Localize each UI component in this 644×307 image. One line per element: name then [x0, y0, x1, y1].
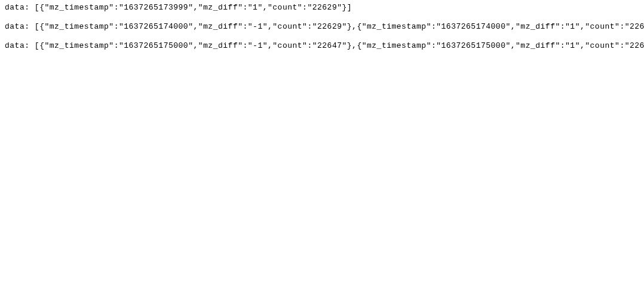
stream-line: data: [{"mz_timestamp":"1637265175000","… [5, 41, 639, 51]
stream-prefix: data: [5, 22, 30, 31]
stream-payload: [{"mz_timestamp":"1637265174000","mz_dif… [35, 22, 644, 31]
stream-line: data: [{"mz_timestamp":"1637265174000","… [5, 22, 639, 32]
stream-line: data: [{"mz_timestamp":"1637265173999","… [5, 2, 639, 13]
stream-payload: [{"mz_timestamp":"1637265175000","mz_dif… [35, 41, 644, 50]
stream-output: data: [{"mz_timestamp":"1637265173999","… [5, 2, 639, 52]
stream-prefix: data: [5, 41, 30, 50]
stream-prefix: data: [5, 3, 30, 12]
stream-payload: [{"mz_timestamp":"1637265173999","mz_dif… [35, 3, 352, 12]
